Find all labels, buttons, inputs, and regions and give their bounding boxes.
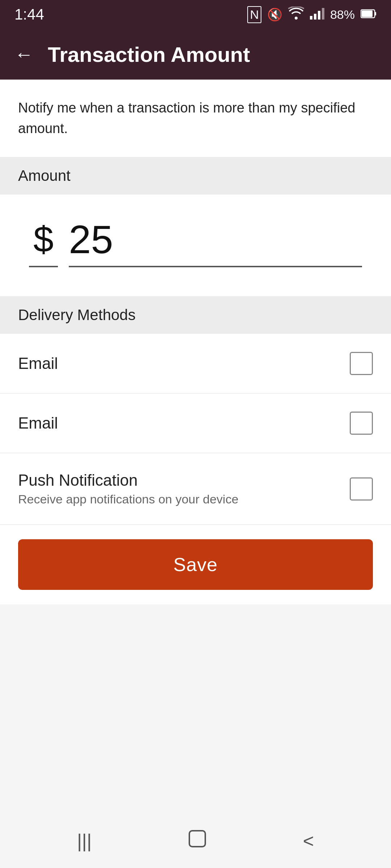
amount-input-container[interactable] [69, 216, 362, 267]
currency-symbol: $ [29, 218, 58, 267]
amount-section-header: Amount [0, 157, 391, 195]
signal-icon [310, 7, 324, 22]
delivery-option-email-2: Email [0, 393, 391, 453]
svg-rect-6 [362, 10, 373, 17]
email-1-label: Email [18, 354, 58, 373]
back-nav-icon[interactable]: < [303, 830, 314, 852]
delivery-option-push: Push Notification Receive app notificati… [0, 453, 391, 525]
svg-rect-2 [318, 11, 320, 20]
delivery-option-email-1: Email [0, 334, 391, 393]
push-label: Push Notification [18, 471, 239, 489]
svg-rect-3 [322, 8, 324, 20]
battery-text: 88% [330, 8, 355, 22]
amount-input[interactable] [69, 216, 362, 267]
menu-nav-icon[interactable]: ||| [77, 830, 92, 852]
amount-label: Amount [18, 167, 71, 184]
delivery-section-label: Delivery Methods [18, 306, 135, 323]
svg-rect-7 [189, 831, 205, 847]
page-title: Transaction Amount [48, 42, 250, 67]
home-nav-icon[interactable] [188, 829, 207, 852]
svg-rect-0 [310, 16, 312, 20]
svg-rect-1 [314, 14, 316, 20]
wifi-icon [288, 7, 304, 22]
save-button[interactable]: Save [18, 539, 373, 590]
amount-section: $ [0, 195, 391, 296]
email-1-checkbox[interactable] [350, 352, 373, 375]
description-text: Notify me when a transaction is more tha… [18, 100, 355, 136]
app-header: ← Transaction Amount [0, 29, 391, 80]
status-time: 1:44 [14, 6, 44, 23]
bottom-navigation: ||| < [0, 814, 391, 868]
delivery-section-header: Delivery Methods [0, 296, 391, 334]
status-bar: 1:44 N 🔇 88% [0, 0, 391, 29]
save-button-container: Save [0, 525, 391, 604]
description-section: Notify me when a transaction is more tha… [0, 80, 391, 157]
main-content: Notify me when a transaction is more tha… [0, 80, 391, 604]
battery-icon [361, 8, 377, 22]
svg-rect-5 [375, 12, 376, 16]
email-2-label: Email [18, 414, 58, 432]
email-2-checkbox[interactable] [350, 412, 373, 435]
status-icons: N 🔇 88% [247, 6, 377, 23]
push-sublabel: Receive app notifications on your device [18, 492, 239, 506]
back-button[interactable]: ← [14, 45, 33, 64]
push-checkbox[interactable] [350, 477, 373, 501]
nfc-icon: N [247, 6, 261, 23]
mute-icon: 🔇 [267, 7, 282, 22]
